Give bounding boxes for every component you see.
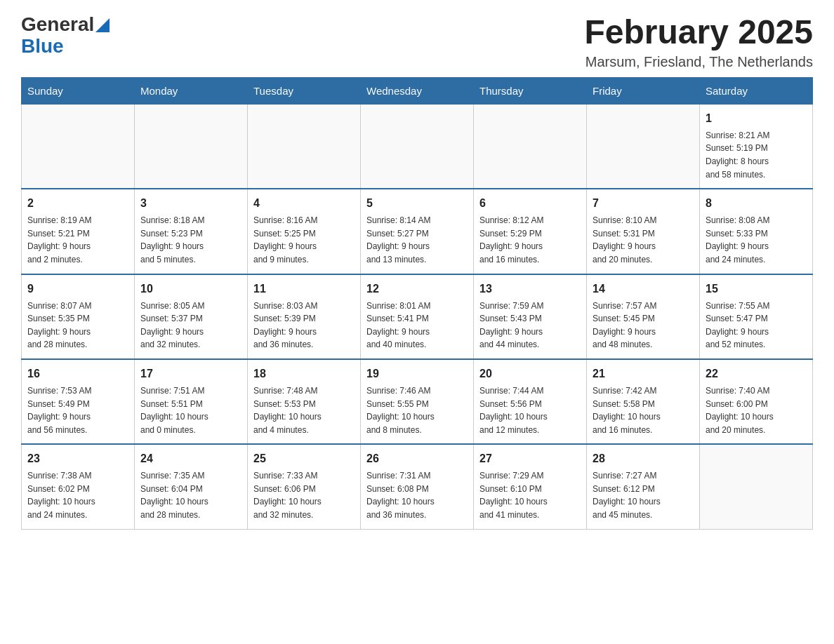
day-number: 7 (593, 195, 694, 212)
day-info: Sunrise: 8:16 AMSunset: 5:25 PMDaylight:… (253, 214, 355, 266)
day-info: Sunrise: 7:40 AMSunset: 6:00 PMDaylight:… (706, 384, 807, 436)
calendar-cell: 4Sunrise: 8:16 AMSunset: 5:25 PMDaylight… (248, 189, 361, 274)
calendar-cell (248, 104, 361, 189)
calendar-cell: 11Sunrise: 8:03 AMSunset: 5:39 PMDayligh… (248, 274, 361, 359)
day-info: Sunrise: 8:10 AMSunset: 5:31 PMDaylight:… (593, 214, 694, 266)
day-info: Sunrise: 8:19 AMSunset: 5:21 PMDaylight:… (27, 214, 128, 266)
day-number: 8 (706, 195, 807, 212)
month-title: February 2025 (584, 14, 813, 51)
title-section: February 2025 Marsum, Friesland, The Net… (584, 14, 813, 70)
col-header-friday: Friday (587, 77, 700, 104)
day-info: Sunrise: 8:14 AMSunset: 5:27 PMDaylight:… (366, 214, 468, 266)
logo-general-text: General (21, 14, 94, 36)
day-number: 20 (479, 365, 581, 382)
calendar-cell: 3Sunrise: 8:18 AMSunset: 5:23 PMDaylight… (135, 189, 248, 274)
calendar-cell: 8Sunrise: 8:08 AMSunset: 5:33 PMDaylight… (700, 189, 813, 274)
calendar-cell: 26Sunrise: 7:31 AMSunset: 6:08 PMDayligh… (361, 444, 474, 529)
day-info: Sunrise: 8:05 AMSunset: 5:37 PMDaylight:… (140, 300, 241, 351)
day-info: Sunrise: 7:48 AMSunset: 5:53 PMDaylight:… (253, 384, 355, 436)
logo-triangle-icon (95, 18, 110, 32)
day-number: 10 (140, 281, 241, 297)
calendar-cell: 9Sunrise: 8:07 AMSunset: 5:35 PMDaylight… (22, 274, 135, 359)
day-number: 21 (593, 365, 694, 382)
calendar-cell: 16Sunrise: 7:53 AMSunset: 5:49 PMDayligh… (22, 359, 135, 444)
calendar-cell: 20Sunrise: 7:44 AMSunset: 5:56 PMDayligh… (474, 359, 587, 444)
day-number: 14 (593, 281, 694, 297)
calendar-cell: 14Sunrise: 7:57 AMSunset: 5:45 PMDayligh… (587, 274, 700, 359)
day-number: 9 (27, 281, 128, 297)
day-info: Sunrise: 7:46 AMSunset: 5:55 PMDaylight:… (366, 384, 468, 436)
day-number: 18 (253, 365, 355, 382)
day-number: 25 (253, 450, 355, 467)
col-header-thursday: Thursday (474, 77, 587, 104)
col-header-monday: Monday (135, 77, 248, 104)
day-number: 23 (27, 450, 128, 467)
calendar-table: SundayMondayTuesdayWednesdayThursdayFrid… (21, 77, 813, 530)
calendar-cell: 6Sunrise: 8:12 AMSunset: 5:29 PMDaylight… (474, 189, 587, 274)
calendar-cell: 5Sunrise: 8:14 AMSunset: 5:27 PMDaylight… (361, 189, 474, 274)
calendar-cell: 12Sunrise: 8:01 AMSunset: 5:41 PMDayligh… (361, 274, 474, 359)
calendar-week-row: 16Sunrise: 7:53 AMSunset: 5:49 PMDayligh… (22, 359, 813, 444)
day-number: 4 (253, 195, 355, 212)
day-number: 17 (140, 365, 241, 382)
day-info: Sunrise: 7:44 AMSunset: 5:56 PMDaylight:… (479, 384, 581, 436)
calendar-cell: 15Sunrise: 7:55 AMSunset: 5:47 PMDayligh… (700, 274, 813, 359)
calendar-cell: 10Sunrise: 8:05 AMSunset: 5:37 PMDayligh… (135, 274, 248, 359)
day-number: 2 (27, 195, 128, 212)
col-header-tuesday: Tuesday (248, 77, 361, 104)
day-info: Sunrise: 7:59 AMSunset: 5:43 PMDaylight:… (479, 300, 581, 351)
calendar-cell: 24Sunrise: 7:35 AMSunset: 6:04 PMDayligh… (135, 444, 248, 529)
calendar-cell: 27Sunrise: 7:29 AMSunset: 6:10 PMDayligh… (474, 444, 587, 529)
day-info: Sunrise: 8:07 AMSunset: 5:35 PMDaylight:… (27, 300, 128, 351)
calendar-cell: 23Sunrise: 7:38 AMSunset: 6:02 PMDayligh… (22, 444, 135, 529)
day-info: Sunrise: 8:01 AMSunset: 5:41 PMDaylight:… (366, 300, 468, 351)
calendar-cell: 17Sunrise: 7:51 AMSunset: 5:51 PMDayligh… (135, 359, 248, 444)
calendar-cell: 25Sunrise: 7:33 AMSunset: 6:06 PMDayligh… (248, 444, 361, 529)
calendar-cell (361, 104, 474, 189)
calendar-cell: 13Sunrise: 7:59 AMSunset: 5:43 PMDayligh… (474, 274, 587, 359)
calendar-cell: 2Sunrise: 8:19 AMSunset: 5:21 PMDaylight… (22, 189, 135, 274)
calendar-cell: 21Sunrise: 7:42 AMSunset: 5:58 PMDayligh… (587, 359, 700, 444)
day-info: Sunrise: 7:31 AMSunset: 6:08 PMDaylight:… (366, 469, 468, 521)
logo-blue-text: Blue (21, 35, 64, 57)
day-number: 28 (593, 450, 694, 467)
day-info: Sunrise: 7:35 AMSunset: 6:04 PMDaylight:… (140, 469, 241, 521)
day-info: Sunrise: 7:53 AMSunset: 5:49 PMDaylight:… (27, 384, 128, 436)
day-number: 22 (706, 365, 807, 382)
col-header-saturday: Saturday (700, 77, 813, 104)
day-number: 5 (366, 195, 468, 212)
calendar-week-row: 23Sunrise: 7:38 AMSunset: 6:02 PMDayligh… (22, 444, 813, 529)
logo: General Blue (21, 14, 110, 58)
calendar-cell: 19Sunrise: 7:46 AMSunset: 5:55 PMDayligh… (361, 359, 474, 444)
day-info: Sunrise: 7:51 AMSunset: 5:51 PMDaylight:… (140, 384, 241, 436)
day-number: 11 (253, 281, 355, 297)
calendar-cell (474, 104, 587, 189)
calendar-week-row: 2Sunrise: 8:19 AMSunset: 5:21 PMDaylight… (22, 189, 813, 274)
calendar-cell: 1Sunrise: 8:21 AMSunset: 5:19 PMDaylight… (700, 104, 813, 189)
col-header-wednesday: Wednesday (361, 77, 474, 104)
day-number: 24 (140, 450, 241, 467)
day-info: Sunrise: 8:08 AMSunset: 5:33 PMDaylight:… (706, 214, 807, 266)
page-header: General Blue February 2025 Marsum, Fries… (21, 14, 813, 70)
calendar-cell (22, 104, 135, 189)
col-header-sunday: Sunday (22, 77, 135, 104)
day-number: 15 (706, 281, 807, 297)
calendar-cell: 18Sunrise: 7:48 AMSunset: 5:53 PMDayligh… (248, 359, 361, 444)
calendar-cell (135, 104, 248, 189)
calendar-header-row: SundayMondayTuesdayWednesdayThursdayFrid… (22, 77, 813, 104)
location-subtitle: Marsum, Friesland, The Netherlands (584, 54, 813, 70)
calendar-cell: 22Sunrise: 7:40 AMSunset: 6:00 PMDayligh… (700, 359, 813, 444)
calendar-cell (700, 444, 813, 529)
calendar-cell (587, 104, 700, 189)
day-number: 16 (27, 365, 128, 382)
day-number: 12 (366, 281, 468, 297)
day-info: Sunrise: 7:29 AMSunset: 6:10 PMDaylight:… (479, 469, 581, 521)
day-number: 1 (706, 110, 807, 127)
day-info: Sunrise: 8:21 AMSunset: 5:19 PMDaylight:… (706, 129, 807, 181)
day-info: Sunrise: 7:33 AMSunset: 6:06 PMDaylight:… (253, 469, 355, 521)
day-info: Sunrise: 7:55 AMSunset: 5:47 PMDaylight:… (706, 300, 807, 351)
calendar-week-row: 9Sunrise: 8:07 AMSunset: 5:35 PMDaylight… (22, 274, 813, 359)
day-info: Sunrise: 8:03 AMSunset: 5:39 PMDaylight:… (253, 300, 355, 351)
day-number: 3 (140, 195, 241, 212)
calendar-cell: 28Sunrise: 7:27 AMSunset: 6:12 PMDayligh… (587, 444, 700, 529)
